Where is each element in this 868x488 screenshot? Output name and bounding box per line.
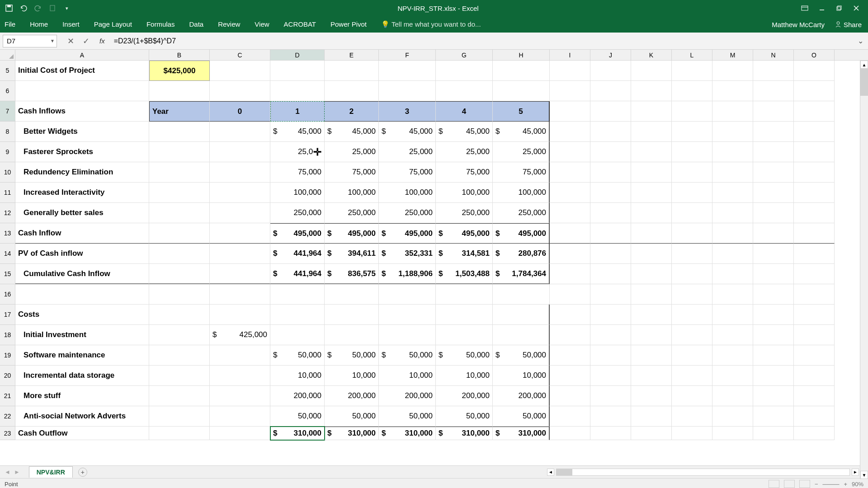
tab-page-layout[interactable]: Page Layout [93, 18, 133, 31]
cell[interactable]: 310,000 [379, 427, 436, 440]
col-header-o[interactable]: O [794, 50, 835, 60]
cell[interactable]: Cash Inflows [15, 101, 149, 122]
cell[interactable] [210, 203, 270, 223]
cell[interactable] [753, 386, 794, 406]
cell[interactable] [712, 386, 753, 406]
cell[interactable] [210, 386, 270, 406]
cell[interactable] [712, 142, 753, 162]
cell[interactable] [149, 244, 210, 264]
hscroll-track[interactable] [556, 469, 850, 476]
enter-formula-icon[interactable]: ✓ [81, 36, 90, 46]
cell[interactable] [672, 386, 712, 406]
cell[interactable] [590, 142, 631, 162]
cell[interactable] [672, 325, 712, 345]
cell[interactable]: 100,000 [379, 183, 436, 203]
cell[interactable]: 250,000 [270, 203, 325, 223]
cell[interactable]: 25,000 [493, 142, 550, 162]
add-sheet-button[interactable]: + [78, 468, 87, 477]
col-header-c[interactable]: C [210, 50, 270, 60]
cell[interactable] [590, 183, 631, 203]
cell[interactable] [712, 406, 753, 427]
cell[interactable]: 100,000 [325, 183, 379, 203]
cell[interactable] [712, 427, 753, 440]
col-header-e[interactable]: E [325, 50, 379, 60]
cell[interactable] [794, 183, 835, 203]
cell[interactable] [631, 386, 672, 406]
cell[interactable] [794, 61, 835, 81]
cell[interactable]: 50,000 [493, 406, 550, 427]
cell[interactable] [794, 162, 835, 183]
cell[interactable] [149, 386, 210, 406]
cell[interactable]: 75,000 [325, 162, 379, 183]
cell[interactable]: 4 [436, 101, 493, 122]
cell[interactable]: 2 [325, 101, 379, 122]
row-header[interactable]: 10 [0, 162, 15, 183]
cell[interactable] [590, 244, 631, 264]
cell[interactable] [590, 386, 631, 406]
cell[interactable] [590, 406, 631, 427]
row-header[interactable]: 6 [0, 81, 15, 101]
cell[interactable] [379, 81, 436, 101]
cell[interactable] [550, 386, 590, 406]
cell[interactable] [753, 427, 794, 440]
tab-review[interactable]: Review [217, 18, 241, 31]
row-header[interactable]: 13 [0, 223, 15, 244]
cell[interactable]: Cumulative Cash Inflow [15, 264, 149, 284]
cell[interactable] [590, 366, 631, 386]
row-header[interactable]: 5 [0, 61, 15, 81]
cell[interactable] [149, 427, 210, 440]
cell[interactable] [325, 61, 379, 81]
cell[interactable] [379, 61, 436, 81]
cell[interactable] [149, 305, 210, 325]
undo-icon[interactable] [18, 3, 29, 14]
tab-view[interactable]: View [254, 18, 270, 31]
zoom-out-icon[interactable]: − [815, 481, 818, 488]
cell[interactable] [631, 223, 672, 244]
cell[interactable] [631, 81, 672, 101]
cell[interactable]: 1,784,364 [493, 264, 550, 284]
cell[interactable] [753, 142, 794, 162]
cell[interactable] [712, 183, 753, 203]
cell[interactable]: 1,188,906 [379, 264, 436, 284]
cell[interactable] [379, 305, 436, 325]
cell[interactable]: 200,000 [436, 386, 493, 406]
cell[interactable] [149, 81, 210, 101]
cell[interactable] [325, 305, 379, 325]
ribbon-options-icon[interactable] [800, 4, 809, 13]
cell[interactable] [672, 183, 712, 203]
row-header[interactable]: 19 [0, 345, 15, 366]
cell[interactable] [712, 284, 753, 305]
cell[interactable] [631, 203, 672, 223]
cell[interactable]: Generally better sales [15, 203, 149, 223]
cell[interactable] [672, 81, 712, 101]
cell[interactable] [270, 61, 325, 81]
cell[interactable] [672, 305, 712, 325]
cell[interactable] [149, 223, 210, 244]
cell[interactable]: 394,611 [325, 244, 379, 264]
cell[interactable] [550, 162, 590, 183]
cell[interactable] [550, 406, 590, 427]
cell[interactable] [753, 284, 794, 305]
cell-active[interactable]: 310,000 [270, 427, 325, 440]
row-header[interactable]: 11 [0, 183, 15, 203]
cell[interactable] [550, 122, 590, 142]
cell[interactable] [149, 284, 210, 305]
cell[interactable] [493, 325, 550, 345]
cell[interactable] [712, 203, 753, 223]
cell[interactable] [631, 305, 672, 325]
cell[interactable] [379, 284, 436, 305]
cell[interactable] [210, 61, 270, 81]
cell[interactable] [631, 325, 672, 345]
cell[interactable] [672, 345, 712, 366]
cell[interactable]: 310,000 [325, 427, 379, 440]
cell[interactable] [794, 142, 835, 162]
tab-insert[interactable]: Insert [61, 18, 80, 31]
col-header-k[interactable]: K [631, 50, 672, 60]
cell[interactable] [550, 183, 590, 203]
cell[interactable] [590, 427, 631, 440]
cell[interactable] [550, 264, 590, 284]
tell-me[interactable]: 💡 Tell me what you want to do... [380, 18, 482, 31]
cell[interactable] [210, 284, 270, 305]
cell[interactable]: 45,000 [270, 122, 325, 142]
cell[interactable] [672, 223, 712, 244]
